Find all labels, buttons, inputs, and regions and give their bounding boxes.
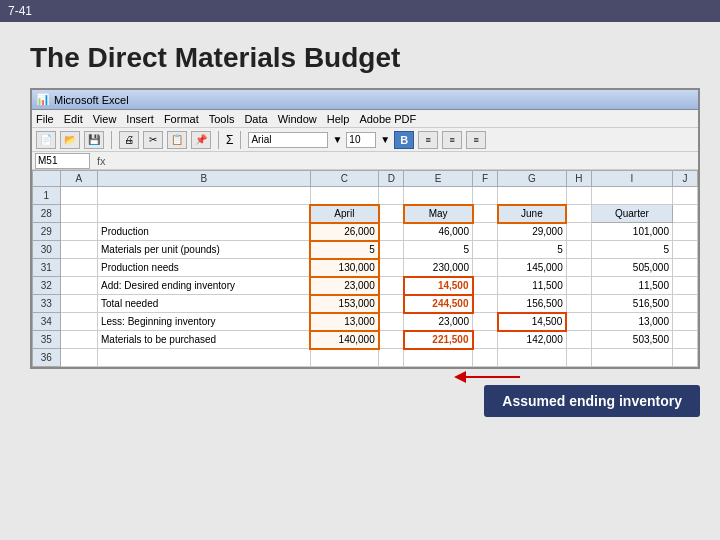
cell-28j[interactable]	[673, 205, 698, 223]
cell-36i[interactable]	[591, 349, 672, 367]
cell-33a[interactable]	[60, 295, 98, 313]
excel-menubar[interactable]: File Edit View Insert Format Tools Data …	[32, 110, 698, 128]
cell-33g[interactable]: 156,500	[498, 295, 567, 313]
cell-34f[interactable]	[473, 313, 498, 331]
cell-31c[interactable]: 130,000	[310, 259, 379, 277]
cut-button[interactable]: ✂	[143, 131, 163, 149]
cell-36e[interactable]	[404, 349, 473, 367]
cell-36g[interactable]	[498, 349, 567, 367]
cell-32g[interactable]: 11,500	[498, 277, 567, 295]
cell-1d[interactable]	[379, 187, 404, 205]
font-size-dropdown[interactable]: ▼	[380, 134, 390, 145]
cell-29f[interactable]	[473, 223, 498, 241]
menu-file[interactable]: File	[36, 113, 54, 125]
cell-30g[interactable]: 5	[498, 241, 567, 259]
menu-format[interactable]: Format	[164, 113, 199, 125]
cell-30a[interactable]	[60, 241, 98, 259]
cell-30d[interactable]	[379, 241, 404, 259]
menu-edit[interactable]: Edit	[64, 113, 83, 125]
font-name-input[interactable]	[248, 132, 328, 148]
cell-36h[interactable]	[566, 349, 591, 367]
cell-33d[interactable]	[379, 295, 404, 313]
cell-35f[interactable]	[473, 331, 498, 349]
cell-32a[interactable]	[60, 277, 98, 295]
cell-34i[interactable]: 13,000	[591, 313, 672, 331]
cell-35h[interactable]	[566, 331, 591, 349]
menu-help[interactable]: Help	[327, 113, 350, 125]
cell-34c[interactable]: 13,000	[310, 313, 379, 331]
cell-34a[interactable]	[60, 313, 98, 331]
cell-33j[interactable]	[673, 295, 698, 313]
cell-30i[interactable]: 5	[591, 241, 672, 259]
cell-35i[interactable]: 503,500	[591, 331, 672, 349]
cell-30e[interactable]: 5	[404, 241, 473, 259]
cell-32i[interactable]: 11,500	[591, 277, 672, 295]
save-button[interactable]: 💾	[84, 131, 104, 149]
cell-29g[interactable]: 29,000	[498, 223, 567, 241]
cell-34e[interactable]: 23,000	[404, 313, 473, 331]
cell-33e[interactable]: 244,500	[404, 295, 473, 313]
cell-1i[interactable]	[591, 187, 672, 205]
cell-35d[interactable]	[379, 331, 404, 349]
align-left-button[interactable]: ≡	[418, 131, 438, 149]
cell-1c[interactable]	[310, 187, 379, 205]
cell-31j[interactable]	[673, 259, 698, 277]
print-button[interactable]: 🖨	[119, 131, 139, 149]
cell-33c[interactable]: 153,000	[310, 295, 379, 313]
sigma-button[interactable]: Σ	[226, 133, 233, 147]
cell-29c[interactable]: 26,000	[310, 223, 379, 241]
cell-29a[interactable]	[60, 223, 98, 241]
cell-28h[interactable]	[566, 205, 591, 223]
cell-32c[interactable]: 23,000	[310, 277, 379, 295]
cell-32f[interactable]	[473, 277, 498, 295]
paste-button[interactable]: 📌	[191, 131, 211, 149]
cell-31d[interactable]	[379, 259, 404, 277]
cell-35c[interactable]: 140,000	[310, 331, 379, 349]
font-name-dropdown[interactable]: ▼	[332, 134, 342, 145]
cell-35g[interactable]: 142,000	[498, 331, 567, 349]
cell-31g[interactable]: 145,000	[498, 259, 567, 277]
cell-33h[interactable]	[566, 295, 591, 313]
menu-data[interactable]: Data	[244, 113, 267, 125]
cell-34d[interactable]	[379, 313, 404, 331]
cell-1j[interactable]	[673, 187, 698, 205]
cell-28a[interactable]	[60, 205, 98, 223]
cell-reference-box[interactable]: M51	[35, 153, 90, 169]
cell-35a[interactable]	[60, 331, 98, 349]
cell-32j[interactable]	[673, 277, 698, 295]
bold-button[interactable]: B	[394, 131, 414, 149]
cell-29d[interactable]	[379, 223, 404, 241]
cell-30c[interactable]: 5	[310, 241, 379, 259]
cell-28f[interactable]	[473, 205, 498, 223]
menu-view[interactable]: View	[93, 113, 117, 125]
menu-window[interactable]: Window	[278, 113, 317, 125]
cell-36a[interactable]	[60, 349, 98, 367]
menu-tools[interactable]: Tools	[209, 113, 235, 125]
cell-31i[interactable]: 505,000	[591, 259, 672, 277]
cell-31h[interactable]	[566, 259, 591, 277]
cell-36f[interactable]	[473, 349, 498, 367]
cell-29e[interactable]: 46,000	[404, 223, 473, 241]
cell-28d[interactable]	[379, 205, 404, 223]
cell-1b[interactable]	[98, 187, 311, 205]
cell-34h[interactable]	[566, 313, 591, 331]
cell-31e[interactable]: 230,000	[404, 259, 473, 277]
cell-36c[interactable]	[310, 349, 379, 367]
cell-30f[interactable]	[473, 241, 498, 259]
cell-1g[interactable]	[498, 187, 567, 205]
cell-1f[interactable]	[473, 187, 498, 205]
cell-29j[interactable]	[673, 223, 698, 241]
cell-28b[interactable]	[98, 205, 311, 223]
cell-33f[interactable]	[473, 295, 498, 313]
cell-30h[interactable]	[566, 241, 591, 259]
cell-34g[interactable]: 14,500	[498, 313, 567, 331]
align-center-button[interactable]: ≡	[442, 131, 462, 149]
menu-adobe[interactable]: Adobe PDF	[359, 113, 416, 125]
cell-34j[interactable]	[673, 313, 698, 331]
cell-36j[interactable]	[673, 349, 698, 367]
cell-36b[interactable]	[98, 349, 311, 367]
cell-35e[interactable]: 221,500	[404, 331, 473, 349]
cell-30j[interactable]	[673, 241, 698, 259]
cell-1e[interactable]	[404, 187, 473, 205]
cell-31a[interactable]	[60, 259, 98, 277]
